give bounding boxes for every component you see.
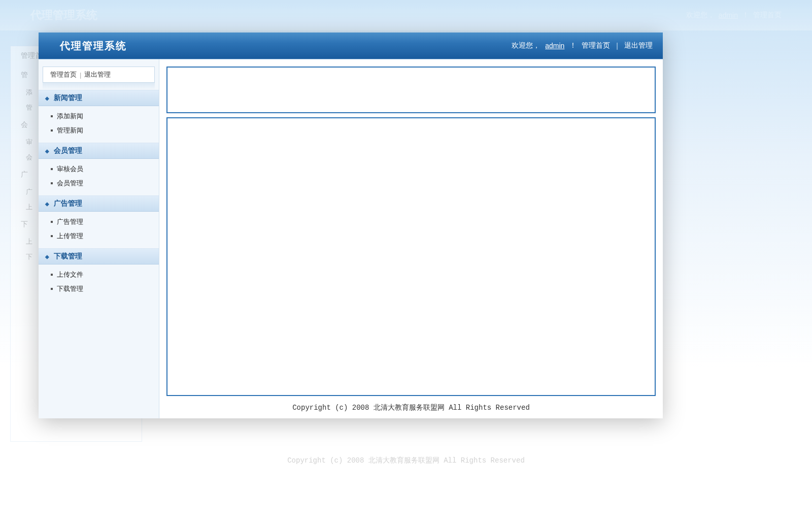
home-link[interactable]: 管理首页 <box>580 41 612 50</box>
bg-title: 代理管理系统 <box>30 8 97 23</box>
logout-link[interactable]: 退出管理 <box>622 41 655 50</box>
nav-item-download-manage[interactable]: 下载管理 <box>39 282 159 296</box>
tab-logout[interactable]: 退出管理 <box>84 70 111 79</box>
main-window: 代理管理系统 欢迎您， admin ！ 管理首页 | 退出管理 管理首页 | 退… <box>39 32 663 418</box>
bullet-icon <box>51 129 53 132</box>
nav-item-manage-news[interactable]: 管理新闻 <box>39 123 159 138</box>
nav-group-news: ◆ 新闻管理 添加新闻 管理新闻 <box>39 90 159 143</box>
bg-username-suffix: ！ <box>742 11 749 20</box>
bg-welcome-prefix: 欢迎您， <box>686 11 715 20</box>
bg-home-link: 管理首页 <box>753 11 782 20</box>
username-suffix: ！ <box>569 41 577 50</box>
bg-welcome: 欢迎您， admin ！ 管理首页 <box>686 11 782 20</box>
chevron-right-icon: ◆ <box>45 95 50 101</box>
tab-home[interactable]: 管理首页 <box>50 70 77 79</box>
nav-item-label: 审核会员 <box>57 165 83 174</box>
separator: | <box>615 42 619 50</box>
nav-item-add-news[interactable]: 添加新闻 <box>39 109 159 123</box>
bullet-icon <box>51 115 53 117</box>
nav-item-upload-file[interactable]: 上传文件 <box>39 268 159 282</box>
bg-footer: Copyright (c) 2008 北清大教育服务联盟网 All Rights… <box>0 456 812 465</box>
nav-items: 上传文件 下载管理 <box>39 265 159 301</box>
nav-item-label: 管理新闻 <box>57 126 83 135</box>
nav-title: 新闻管理 <box>54 93 82 103</box>
bullet-icon <box>51 182 53 184</box>
bullet-icon <box>51 274 53 276</box>
app-title: 代理管理系统 <box>60 39 127 53</box>
nav-item-audit-member[interactable]: 审核会员 <box>39 162 159 176</box>
footer-copyright: Copyright (c) 2008 北清大教育服务联盟网 All Rights… <box>166 400 656 414</box>
nav-header-member[interactable]: ◆ 会员管理 <box>39 143 159 159</box>
nav-item-label: 上传文件 <box>57 270 83 279</box>
nav-group-member: ◆ 会员管理 审核会员 会员管理 <box>39 143 159 195</box>
nav-item-label: 上传管理 <box>57 232 83 241</box>
nav-title: 下载管理 <box>54 252 82 261</box>
bg-username: admin <box>719 11 738 19</box>
content-panel <box>166 117 656 396</box>
top-panel <box>166 67 656 113</box>
window-body: 管理首页 | 退出管理 ◆ 新闻管理 添加新闻 管理新闻 ◆ 会员管理 <box>39 59 663 418</box>
separator: | <box>77 71 84 79</box>
nav-group-ads: ◆ 广告管理 广告管理 上传管理 <box>39 195 159 248</box>
nav-items: 审核会员 会员管理 <box>39 159 159 195</box>
header-right: 欢迎您， admin ！ 管理首页 | 退出管理 <box>512 41 655 50</box>
bullet-icon <box>51 235 53 237</box>
nav-item-label: 会员管理 <box>57 179 83 188</box>
username-link[interactable]: admin <box>543 42 566 50</box>
nav-header-news[interactable]: ◆ 新闻管理 <box>39 90 159 106</box>
sidebar: 管理首页 | 退出管理 ◆ 新闻管理 添加新闻 管理新闻 ◆ 会员管理 <box>39 59 159 418</box>
bullet-icon <box>51 221 53 223</box>
welcome-prefix: 欢迎您， <box>512 41 540 50</box>
nav-header-ads[interactable]: ◆ 广告管理 <box>39 195 159 212</box>
window-header: 代理管理系统 欢迎您， admin ！ 管理首页 | 退出管理 <box>39 32 663 59</box>
chevron-right-icon: ◆ <box>45 254 50 259</box>
nav-items: 广告管理 上传管理 <box>39 212 159 248</box>
nav-item-label: 添加新闻 <box>57 112 83 121</box>
chevron-right-icon: ◆ <box>45 148 50 153</box>
nav-item-manage-ads[interactable]: 广告管理 <box>39 215 159 229</box>
nav-item-manage-member[interactable]: 会员管理 <box>39 176 159 190</box>
nav-title: 会员管理 <box>54 146 82 155</box>
nav-header-download[interactable]: ◆ 下载管理 <box>39 248 159 265</box>
nav-item-label: 广告管理 <box>57 217 83 226</box>
nav-title: 广告管理 <box>54 199 82 208</box>
nav-item-upload-manage[interactable]: 上传管理 <box>39 229 159 243</box>
chevron-right-icon: ◆ <box>45 201 50 206</box>
nav-items: 添加新闻 管理新闻 <box>39 106 159 143</box>
bullet-icon <box>51 168 53 170</box>
nav-item-label: 下载管理 <box>57 284 83 293</box>
sidebar-tabs: 管理首页 | 退出管理 <box>43 67 155 83</box>
bullet-icon <box>51 288 53 290</box>
main-content: Copyright (c) 2008 北清大教育服务联盟网 All Rights… <box>159 59 663 418</box>
nav-group-download: ◆ 下载管理 上传文件 下载管理 <box>39 248 159 301</box>
